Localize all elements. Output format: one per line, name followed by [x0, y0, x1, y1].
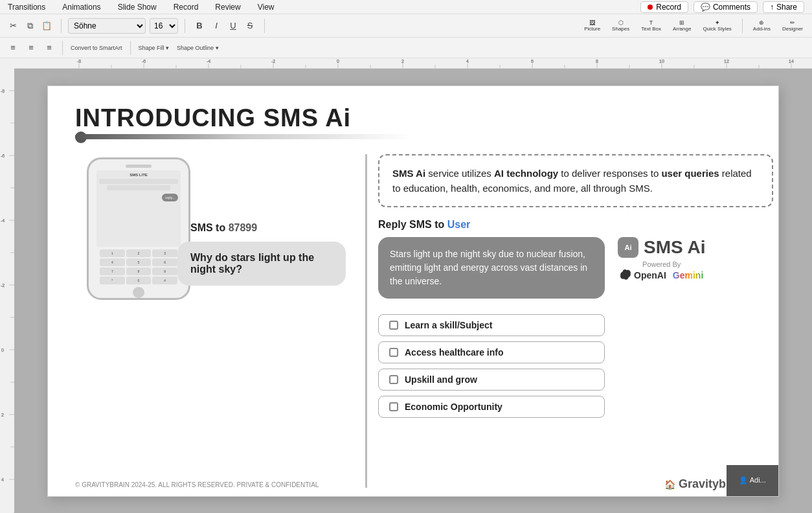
phone-keypad: 1 2 3 4 5 6 7 8 9 * 0 # — [100, 249, 177, 284]
svg-text:8: 8 — [596, 59, 598, 63]
ai-response-bubble: Stars light up the night sky due to nucl… — [378, 237, 605, 299]
shapes-button[interactable]: ⬡ Shapes — [608, 18, 633, 33]
phone-screen-bubble: reply... — [162, 194, 178, 201]
textbox-label: Text Box — [641, 26, 661, 32]
openai-icon — [620, 269, 631, 281]
feature-checkbox-1 — [389, 321, 398, 330]
paste-button[interactable]: 📋 — [39, 18, 54, 34]
font-family-select[interactable]: Söhne — [68, 18, 146, 34]
svg-text:14: 14 — [789, 59, 794, 63]
svg-text:12: 12 — [724, 59, 729, 63]
shape-fill-button[interactable]: Shape Fill ▾ — [136, 40, 172, 56]
phone-screen-bar2 — [107, 185, 170, 190]
feature-label-1: Learn a skill/Subject — [405, 320, 492, 330]
phone-screen-title: SMS LITE — [130, 173, 148, 177]
phone-mockup: SMS LITE reply... 1 2 3 4 5 6 7 8 9 * 0 — [87, 157, 190, 300]
menu-review[interactable]: Review — [212, 1, 243, 13]
svg-text:-8: -8 — [77, 59, 81, 63]
phone-key-hash: # — [152, 277, 177, 284]
strikethrough-button[interactable]: S — [242, 18, 258, 34]
svg-text:-4: -4 — [207, 59, 210, 63]
toolbar-row1: ✂ ⧉ 📋 Söhne 16 B I U S 🖼 Picture ⬡ Shape… — [0, 14, 812, 38]
phone-home-button — [133, 287, 144, 297]
share-button[interactable]: ↑ Share — [763, 1, 804, 13]
response-row: Stars light up the night sky due to nucl… — [378, 237, 773, 309]
bold-button[interactable]: B — [192, 18, 207, 34]
openai-logo: OpenAI — [620, 269, 666, 281]
svg-text:4: 4 — [466, 59, 469, 63]
slide-canvas[interactable]: INTRODUCING SMS Ai SMS LITE reply... 1 2… — [47, 86, 779, 497]
copy-button[interactable]: ⧉ — [22, 18, 38, 34]
arrange-label: Arrange — [673, 26, 691, 32]
designer-icon: ✏ — [790, 19, 795, 26]
features-list: Learn a skill/Subject Access healthcare … — [378, 314, 773, 418]
sms-to-label: SMS to 87899 — [190, 222, 257, 234]
feature-checkbox-2 — [389, 348, 398, 357]
menu-transitions[interactable]: Transitions — [5, 1, 48, 13]
picture-icon: 🖼 — [589, 19, 595, 26]
phone-key-star: * — [100, 277, 125, 284]
phone-key-6: 6 — [152, 258, 177, 266]
svg-text:-6: -6 — [142, 59, 146, 63]
align-right-button[interactable]: ≡ — [41, 40, 57, 56]
underline-button[interactable]: U — [225, 18, 241, 34]
align-left-button[interactable]: ≡ — [5, 40, 21, 56]
feature-checkbox-4 — [389, 402, 398, 411]
shapes-icon: ⬡ — [618, 19, 624, 26]
separator5 — [62, 41, 63, 55]
separator6 — [130, 41, 131, 55]
phone-key-5: 5 — [126, 258, 152, 266]
reply-user-text: User — [447, 219, 471, 230]
arrange-button[interactable]: ⊞ Arrange — [669, 18, 695, 33]
format-group: ✂ ⧉ 📋 — [5, 18, 54, 34]
textbox-icon: T — [649, 19, 653, 26]
shapes-label: Shapes — [612, 26, 629, 32]
comments-button[interactable]: 💬 Comments — [694, 1, 758, 13]
separator4 — [742, 19, 743, 33]
gravitybrain-icon: 🏠 — [664, 479, 675, 490]
svg-text:6: 6 — [531, 59, 534, 63]
textbox-button[interactable]: T Text Box — [637, 18, 665, 33]
svg-text:-2: -2 — [1, 283, 5, 288]
feature-label-3: Upskill and grow — [405, 374, 477, 385]
designer-button[interactable]: ✏ Designer — [778, 18, 807, 33]
font-size-select[interactable]: 16 — [150, 18, 178, 34]
record-button[interactable]: Record — [640, 1, 688, 13]
menu-animations[interactable]: Animations — [60, 1, 103, 13]
svg-text:2: 2 — [401, 59, 404, 63]
align-center-button[interactable]: ≡ — [23, 40, 39, 56]
svg-text:10: 10 — [659, 59, 664, 63]
feature-item-1: Learn a skill/Subject — [378, 314, 605, 336]
phone-key-0: 0 — [126, 277, 152, 284]
divider-line — [365, 154, 367, 488]
sms-ai-logo: Ai SMS Ai Powered By OpenAI Gemini — [618, 237, 705, 281]
phone-key-9: 9 — [152, 268, 177, 275]
shape-outline-button[interactable]: Shape Outline ▾ — [174, 40, 221, 56]
svg-text:-4: -4 — [1, 218, 5, 223]
ai-badge: Ai — [618, 237, 638, 258]
separator2 — [185, 19, 185, 33]
desc-aitech: AI technology — [494, 168, 558, 179]
italic-button[interactable]: I — [209, 18, 224, 34]
sms-to-text: SMS to — [190, 222, 225, 233]
convert-smartart-button[interactable]: Convert to SmartArt — [68, 40, 125, 56]
arrange-icon: ⊞ — [679, 19, 684, 26]
top-right-toolbar: Record 💬 Comments ↑ Share — [633, 0, 812, 14]
menu-slideshow[interactable]: Slide Show — [115, 1, 159, 13]
designer-label: Designer — [782, 26, 803, 32]
reply-sms-label: Reply SMS to User — [378, 219, 773, 231]
feature-label-4: Economic Opportunity — [405, 402, 502, 412]
feature-item-3: Upskill and grow — [378, 369, 605, 391]
picture-button[interactable]: 🖼 Picture — [580, 18, 604, 33]
phone-key-8: 8 — [126, 268, 152, 275]
menu-record[interactable]: Record — [171, 1, 201, 13]
openai-text: OpenAI — [634, 270, 666, 280]
picture-label: Picture — [584, 26, 600, 32]
quick-styles-button[interactable]: ✦ Quick Styles — [699, 18, 735, 33]
menu-view[interactable]: View — [255, 1, 277, 13]
desc-userqueries: user queries — [661, 168, 719, 179]
svg-text:0: 0 — [337, 59, 339, 63]
addins-button[interactable]: ⊕ Add-ins — [749, 18, 774, 33]
cut-button[interactable]: ✂ — [5, 18, 21, 34]
quick-styles-label: Quick Styles — [703, 26, 731, 32]
